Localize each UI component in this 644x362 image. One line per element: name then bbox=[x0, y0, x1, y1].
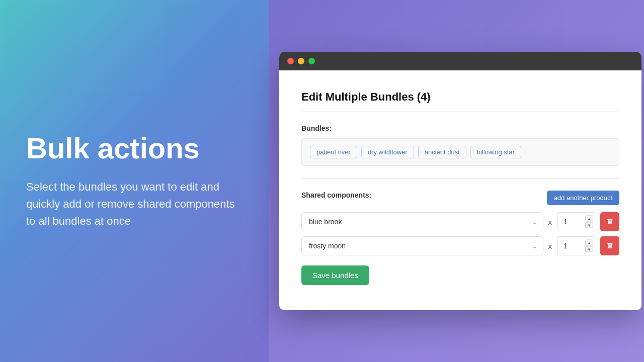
trash-icon-2 bbox=[606, 242, 614, 250]
minimize-icon[interactable] bbox=[298, 58, 304, 64]
qty-down-1[interactable]: ▼ bbox=[585, 222, 593, 228]
product-select-1[interactable]: blue brook frosty moon bbox=[301, 212, 543, 231]
qty-up-2[interactable]: ▲ bbox=[585, 240, 593, 246]
close-icon[interactable] bbox=[287, 58, 294, 64]
qty-down-2[interactable]: ▼ bbox=[585, 246, 593, 252]
shared-header: Shared components: add another product bbox=[301, 191, 619, 205]
bulk-description: Select the bundles you want to edit and … bbox=[26, 178, 243, 230]
bundles-container: patient river dry wildflower ancient dus… bbox=[301, 138, 619, 166]
section-divider bbox=[301, 178, 619, 178]
delete-product-2-button[interactable] bbox=[600, 236, 619, 255]
page-title: Edit Multiple Bundles (4) bbox=[301, 90, 619, 104]
qty-wrapper-2: ▲ ▼ bbox=[557, 236, 595, 255]
x-separator-1: x bbox=[548, 218, 552, 226]
bundle-tag-dry-wildflower: dry wildflower bbox=[361, 146, 414, 158]
product-row-2: frosty moon blue brook ⌄ x ▲ ▼ bbox=[301, 236, 619, 255]
right-panel: Edit Multiple Bundles (4) Bundles: patie… bbox=[269, 0, 644, 362]
bundle-tag-billowing-star: billowing star bbox=[470, 146, 521, 158]
qty-up-1[interactable]: ▲ bbox=[585, 216, 593, 222]
trash-icon-1 bbox=[606, 218, 614, 226]
bundles-label: Bundles: bbox=[301, 124, 619, 132]
add-another-product-button[interactable]: add another product bbox=[547, 191, 619, 205]
qty-wrapper-1: ▲ ▼ bbox=[557, 212, 595, 231]
bulk-title: Bulk actions bbox=[26, 132, 243, 164]
x-separator-2: x bbox=[548, 242, 552, 250]
title-divider bbox=[301, 112, 619, 112]
qty-spinners-1: ▲ ▼ bbox=[585, 216, 593, 228]
left-panel: Bulk actions Select the bundles you want… bbox=[0, 0, 269, 362]
shared-components-label: Shared components: bbox=[301, 191, 371, 199]
delete-product-1-button[interactable] bbox=[600, 212, 619, 231]
save-bundles-button[interactable]: Save bundles bbox=[301, 265, 369, 285]
product-select-2[interactable]: frosty moon blue brook bbox=[301, 236, 543, 255]
bundle-tag-ancient-dust: ancient dust bbox=[418, 146, 466, 158]
qty-spinners-2: ▲ ▼ bbox=[585, 240, 593, 252]
window-content: Edit Multiple Bundles (4) Bundles: patie… bbox=[279, 70, 641, 310]
maximize-icon[interactable] bbox=[308, 58, 315, 64]
app-window: Edit Multiple Bundles (4) Bundles: patie… bbox=[279, 52, 641, 310]
product-row-1: blue brook frosty moon ⌄ x ▲ ▼ bbox=[301, 212, 619, 231]
product-select-wrapper-2: frosty moon blue brook ⌄ bbox=[301, 236, 543, 255]
product-select-wrapper-1: blue brook frosty moon ⌄ bbox=[301, 212, 543, 231]
window-titlebar bbox=[279, 52, 641, 70]
bundle-tag-patient-river: patient river bbox=[310, 146, 357, 158]
